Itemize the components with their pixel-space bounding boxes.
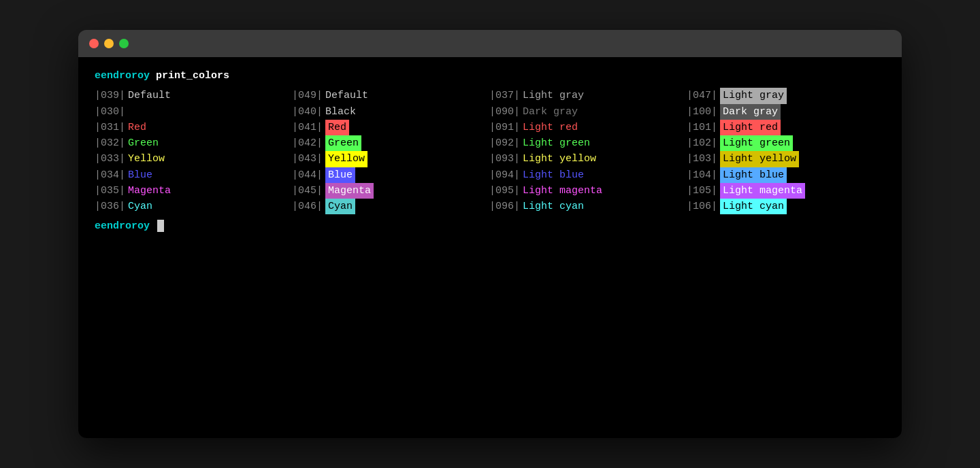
col-entry: |101| Light red [687,120,884,135]
color-code: |045| [292,183,323,199]
color-code: |103| [687,151,717,167]
color-code: |047| [687,88,717,103]
col-entry: |105| Light magenta [687,183,884,199]
color-label: Red [325,120,349,135]
color-label: Black [325,104,356,120]
col-entry: |090| Dark gray [489,104,687,120]
color-code: |046| [292,199,323,214]
col-entry: |040| Black [292,104,489,120]
color-code: |041| [292,120,323,135]
col-entry: |042| Green [292,135,489,151]
color-label: Magenta [128,183,171,199]
color-label: Light yellow [720,151,799,167]
col-entry: |106| Light cyan [687,199,884,214]
col-entry: |035| Magenta [95,183,292,199]
color-label: Light magenta [720,183,805,199]
maximize-button[interactable] [119,39,129,48]
color-label: Green [325,135,361,151]
color-code: |049| [292,88,323,103]
close-button[interactable] [89,39,99,48]
prompt-command: print_colors [156,70,229,82]
color-code: |101| [687,120,717,135]
col-entry: |096| Light cyan [489,199,687,214]
color-label: Yellow [325,151,368,167]
col-entry: |094| Light blue [489,167,687,183]
color-label: Blue [325,167,355,183]
color-label: Light gray [720,88,787,103]
color-label: Light red [720,120,781,135]
color-code: |030| [95,104,125,120]
color-label: Yellow [128,151,165,167]
titlebar [78,30,902,57]
color-code: |037| [489,88,520,103]
color-code: |100| [687,104,717,120]
color-table: |039| Default|049| Default|037| Light gr… [95,88,885,214]
color-label: Default [128,88,171,103]
color-label: Cyan [325,199,355,214]
color-code: |039| [95,88,125,103]
color-code: |044| [292,167,323,183]
table-row: |033| Yellow|043| Yellow|093| Light yell… [95,151,885,167]
command-prompt: eendroroy print_colors [95,68,885,84]
color-label: Light blue [720,167,787,183]
prompt-name-2: eendroroy [95,220,150,232]
color-code: |105| [687,183,717,199]
col-entry: |034| Blue [95,167,292,183]
col-entry: |037| Light gray [489,88,687,103]
table-row: |039| Default|049| Default|037| Light gr… [95,88,885,103]
col-entry: |103| Light yellow [687,151,884,167]
col-entry: |046| Cyan [292,199,489,214]
color-code: |033| [95,151,125,167]
col-entry: |092| Light green [489,135,687,151]
color-code: |095| [489,183,520,199]
color-label: Cyan [128,199,152,214]
color-label: Light green [720,135,793,151]
color-code: |043| [292,151,323,167]
col-entry: |036| Cyan [95,199,292,214]
col-entry: |093| Light yellow [489,151,687,167]
table-row: |031| Red|041| Red|091| Light red|101| L… [95,120,885,135]
table-row: |035| Magenta|045| Magenta|095| Light ma… [95,183,885,199]
color-code: |096| [489,199,520,214]
color-label: Blue [128,167,152,183]
color-label: Default [325,88,368,103]
terminal-window: eendroroy print_colors |039| Default|049… [78,30,902,438]
color-code: |106| [687,199,717,214]
color-code: |035| [95,183,125,199]
col-entry: |102| Light green [687,135,884,151]
color-label: Light cyan [720,199,787,214]
col-entry: |044| Blue [292,167,489,183]
col-entry: |100| Dark gray [687,104,884,120]
col-entry: |032| Green [95,135,292,151]
col-entry: |041| Red [292,120,489,135]
col-entry: |045| Magenta [292,183,489,199]
color-code: |031| [95,120,125,135]
col-entry: |033| Yellow [95,151,292,167]
color-label: Light yellow [523,151,596,167]
color-code: |034| [95,167,125,183]
color-label: Magenta [325,183,374,199]
traffic-lights [89,39,129,48]
col-entry: |039| Default [95,88,292,103]
color-code: |032| [95,135,125,151]
col-entry: |049| Default [292,88,489,103]
color-code: |104| [687,167,717,183]
color-code: |042| [292,135,323,151]
color-code: |094| [489,167,520,183]
color-code: |090| [489,104,520,120]
color-code: |092| [489,135,520,151]
col-entry: |047| Light gray [687,88,884,103]
minimize-button[interactable] [104,39,114,48]
terminal-body[interactable]: eendroroy print_colors |039| Default|049… [78,57,902,438]
color-label: Light blue [523,167,584,183]
col-entry: |091| Light red [489,120,687,135]
color-label: Light green [523,135,590,151]
color-label: Light red [523,120,578,135]
color-label: Light magenta [523,183,602,199]
col-entry: |031| Red [95,120,292,135]
table-row: |034| Blue|044| Blue|094| Light blue|104… [95,167,885,183]
table-row: |036| Cyan|046| Cyan|096| Light cyan|106… [95,199,885,214]
color-code: |091| [489,120,520,135]
color-code: |040| [292,104,323,120]
col-entry: |104| Light blue [687,167,884,183]
